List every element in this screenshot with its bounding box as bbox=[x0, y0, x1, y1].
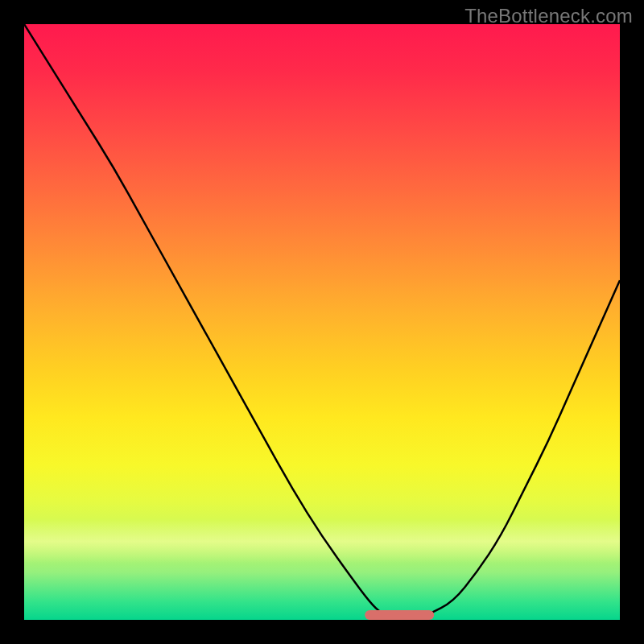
watermark-text: TheBottleneck.com bbox=[464, 5, 633, 27]
chart-frame: TheBottleneck.com bbox=[0, 0, 644, 644]
plot-area bbox=[24, 24, 620, 620]
curve-path bbox=[24, 24, 620, 620]
bottleneck-curve bbox=[24, 24, 620, 620]
